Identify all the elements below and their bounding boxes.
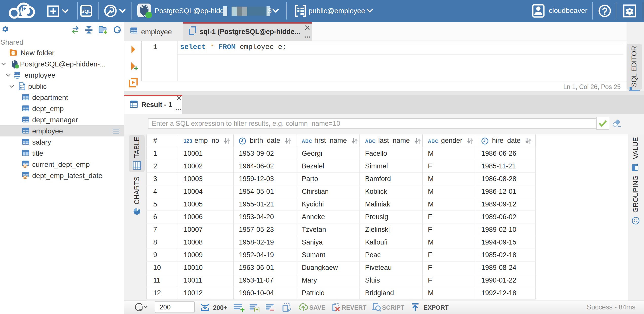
- svg-text:SQL: SQL: [81, 9, 91, 14]
- svg-text:(+): (+): [254, 307, 259, 312]
